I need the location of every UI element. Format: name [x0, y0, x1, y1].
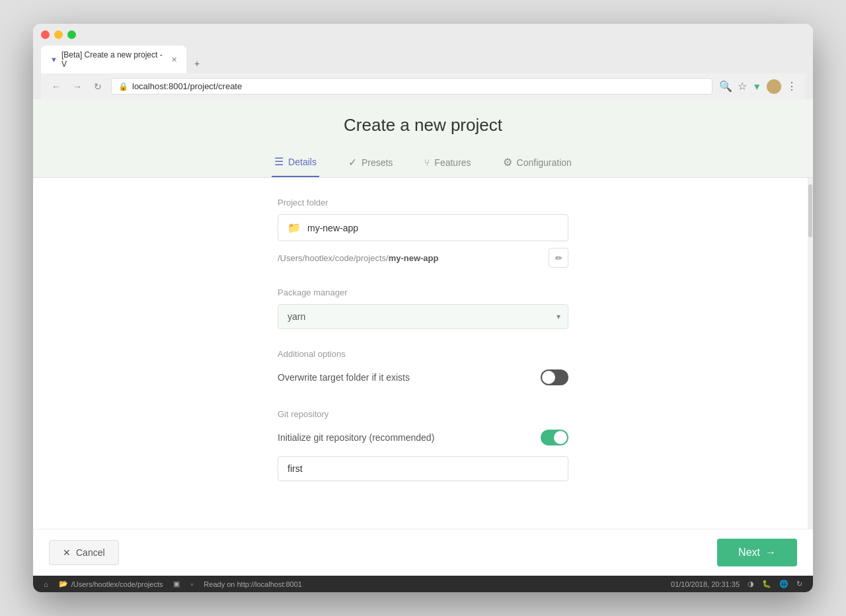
address-bar-row: ← → ↻ 🔒 localhost:8001/project/create 🔍 … [41, 73, 805, 99]
refresh-button[interactable]: ↻ [91, 80, 104, 93]
next-button[interactable]: Next → [717, 539, 797, 566]
package-manager-label: Package manager [278, 288, 568, 297]
browser-window: ▼ [Beta] Create a new project - V ✕ + ← … [33, 24, 813, 592]
tab-favicon-icon: ▼ [50, 56, 58, 63]
active-tab[interactable]: ▼ [Beta] Create a new project - V ✕ [41, 46, 186, 73]
address-bar[interactable]: 🔒 localhost:8001/project/create [111, 78, 712, 95]
tab-bar: ▼ [Beta] Create a new project - V ✕ + [41, 46, 805, 73]
cancel-label: Cancel [76, 547, 105, 558]
git-init-toggle[interactable] [541, 430, 568, 445]
overwrite-option-row: Overwrite target folder if it exists [278, 366, 568, 389]
bottom-bar: ✕ Cancel Next → [33, 529, 813, 576]
avatar-icon[interactable] [767, 79, 781, 94]
path-row: /Users/hootlex/code/projects/my-new-app … [278, 248, 568, 268]
bug-icon: 🐛 [762, 580, 771, 588]
cancel-x-icon: ✕ [63, 547, 71, 558]
toggle-knob [542, 371, 555, 384]
path-prefix: /Users/hootlex/code/projects/ [278, 253, 389, 263]
cancel-button[interactable]: ✕ Cancel [49, 540, 119, 565]
additional-options-label: Additional options [278, 349, 568, 359]
tab-features-label: Features [434, 157, 471, 168]
vue-extension-icon[interactable]: ▼ [752, 81, 761, 92]
overwrite-toggle[interactable] [541, 369, 568, 385]
tab-details-label: Details [288, 157, 317, 167]
tab-features[interactable]: ⑂ Features [422, 149, 473, 177]
additional-options-section: Additional options Overwrite target fold… [278, 349, 568, 389]
browser-chrome: ▼ [Beta] Create a new project - V ✕ + ← … [33, 24, 813, 99]
lock-icon: 🔒 [118, 82, 128, 91]
tab-configuration-label: Configuration [517, 157, 572, 168]
page-title: Create a new project [33, 115, 813, 135]
overwrite-option-label: Overwrite target folder if it exists [278, 372, 410, 383]
package-manager-section: Package manager yarn npm ▾ [278, 288, 568, 329]
presets-tab-icon: ✓ [348, 156, 357, 169]
next-arrow-icon: → [765, 547, 776, 558]
terminal-icon: ▣ [173, 580, 180, 588]
tab-presets-label: Presets [362, 157, 393, 168]
status-path: /Users/hootlex/code/projects [71, 580, 163, 588]
tab-details[interactable]: ☰ Details [272, 149, 319, 177]
home-icon: ⌂ [44, 580, 48, 588]
folder-name: my-new-app [307, 223, 358, 233]
files-icon: 📂 [59, 580, 68, 588]
package-manager-select-wrapper: yarn npm ▾ [278, 304, 568, 329]
folder-icon: 📁 [288, 221, 301, 234]
tab-configuration[interactable]: ⚙ Configuration [500, 149, 574, 177]
status-right: 01/10/2018, 20:31:35 ◑ 🐛 🌐 ↻ [671, 580, 802, 588]
page-content: Create a new project ☰ Details ✓ Presets… [33, 99, 813, 576]
datetime-text: 01/10/2018, 20:31:35 [671, 580, 740, 588]
close-window-button[interactable] [41, 30, 50, 39]
form-container: Project folder 📁 my-new-app /Users/hootl… [278, 198, 568, 481]
url-text: localhost:8001/project/create [132, 81, 242, 91]
status-bar: ⌂ 📂 /Users/hootlex/code/projects ▣ ▫ Rea… [33, 576, 813, 592]
translate-icon: 🌐 [779, 580, 788, 588]
page-header: Create a new project ☰ Details ✓ Presets… [33, 99, 813, 178]
monitor-icon: ▫ [190, 580, 193, 588]
configuration-tab-icon: ⚙ [503, 156, 512, 169]
brightness-icon: ◑ [748, 580, 754, 588]
git-repository-section: Git repository Initialize git repository… [278, 409, 568, 481]
home-status-item: ⌂ [44, 580, 48, 588]
scrollbar[interactable] [808, 178, 813, 529]
refresh-status-icon: ↻ [796, 580, 802, 588]
package-manager-select[interactable]: yarn npm [278, 304, 568, 329]
features-tab-icon: ⑂ [424, 157, 430, 168]
forward-button[interactable]: → [70, 80, 85, 93]
minimize-window-button[interactable] [54, 30, 63, 39]
project-folder-section: Project folder 📁 my-new-app /Users/hootl… [278, 198, 568, 268]
tab-close-icon[interactable]: ✕ [171, 56, 177, 64]
git-repository-label: Git repository [278, 409, 568, 419]
details-tab-icon: ☰ [274, 155, 284, 168]
monitor-status-item: ▫ [190, 580, 193, 588]
git-init-option-row: Initialize git repository (recommended) [278, 426, 568, 449]
bookmark-icon[interactable]: ☆ [738, 80, 747, 93]
toolbar-right: 🔍 ☆ ▼ ⋮ [719, 79, 797, 94]
tab-presets[interactable]: ✓ Presets [346, 149, 395, 177]
next-label: Next [738, 547, 760, 558]
new-tab-button[interactable]: + [188, 54, 206, 73]
path-bold: my-new-app [389, 253, 439, 263]
status-text: Ready on http://localhost:8001 [204, 580, 302, 588]
path-status-item: 📂 /Users/hootlex/code/projects [59, 580, 163, 588]
path-text: /Users/hootlex/code/projects/my-new-app [278, 253, 543, 263]
main-area[interactable]: Project folder 📁 my-new-app /Users/hootl… [33, 178, 813, 529]
maximize-window-button[interactable] [67, 30, 76, 39]
git-init-label: Initialize git repository (recommended) [278, 432, 434, 443]
tab-title: [Beta] Create a new project - V [61, 50, 167, 69]
project-folder-label: Project folder [278, 198, 568, 208]
git-toggle-knob [554, 431, 567, 444]
traffic-lights [41, 30, 805, 39]
folder-display: 📁 my-new-app [278, 214, 568, 241]
terminal-status-item: ▣ [173, 580, 180, 588]
edit-path-button[interactable]: ✏ [549, 248, 568, 268]
menu-icon[interactable]: ⋮ [787, 80, 797, 93]
tabs-nav: ☰ Details ✓ Presets ⑂ Features ⚙ Configu… [33, 149, 813, 178]
scrollbar-thumb[interactable] [808, 184, 812, 237]
commit-message-input[interactable] [278, 456, 568, 481]
back-button[interactable]: ← [49, 80, 63, 93]
zoom-icon[interactable]: 🔍 [719, 80, 732, 93]
